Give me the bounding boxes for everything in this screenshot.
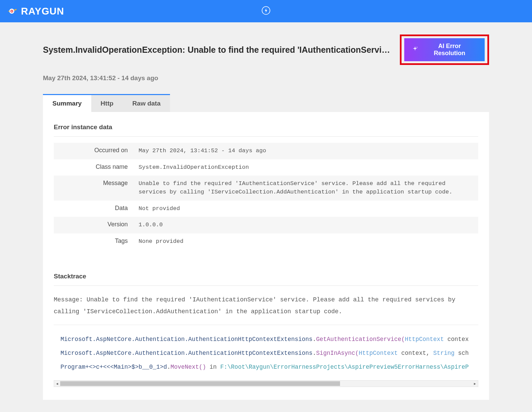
section-title-error-instance: Error instance data	[54, 123, 478, 137]
kv-value: May 27th 2024, 13:41:52 - 14 days ago	[133, 143, 478, 159]
table-row: Message Unable to find the required 'IAu…	[54, 176, 478, 200]
ai-button-highlight: AI Error Resolution	[400, 35, 489, 65]
kv-key: Data	[54, 201, 133, 217]
brand-logo[interactable]: RAYGUN	[7, 5, 64, 17]
section-title-stacktrace: Stacktrace	[54, 273, 478, 286]
kv-value: System.InvalidOperationException	[133, 159, 478, 176]
kv-key: Version	[54, 217, 133, 233]
svg-point-2	[11, 10, 12, 12]
svg-rect-4	[8, 11, 9, 12]
stack-frame: Microsoft.AspNetCore.Authentication.Auth…	[54, 346, 478, 360]
stacktrace-message: Message: Unable to find the required 'IA…	[54, 294, 478, 325]
scroll-left-icon[interactable]: ◂	[54, 381, 60, 387]
stack-namespace: Microsoft.AspNetCore.Authentication.Auth…	[61, 336, 313, 343]
kv-key: Occurred on	[54, 143, 133, 159]
error-title: System.InvalidOperationException: Unable…	[43, 45, 393, 55]
stacktrace-lines: Microsoft.AspNetCore.Authentication.Auth…	[54, 333, 478, 377]
horizontal-scrollbar[interactable]: ◂ ▸	[54, 380, 478, 387]
page: System.InvalidOperationException: Unable…	[0, 22, 532, 400]
table-row: Version 1.0.0.0	[54, 217, 478, 233]
kv-value: None provided	[133, 233, 478, 250]
topbar: RAYGUN	[0, 0, 532, 22]
kv-value: Unable to find the required 'IAuthentica…	[133, 176, 478, 200]
kv-key: Message	[54, 176, 133, 200]
scroll-thumb[interactable]	[60, 381, 340, 386]
error-instance-table: Occurred on May 27th 2024, 13:41:52 - 14…	[54, 143, 478, 250]
content: System.InvalidOperationException: Unable…	[43, 22, 489, 400]
stack-namespace: Program+<>c+<<<Main>$>b__0_1>d	[61, 364, 167, 370]
tab-raw-data[interactable]: Raw data	[123, 95, 170, 112]
stack-argtype: HttpContext	[359, 350, 398, 357]
svg-rect-3	[14, 9, 17, 11]
table-row: Tags None provided	[54, 233, 478, 250]
stack-argtype: HttpContext	[405, 336, 444, 343]
tabs: Summary Http Raw data	[43, 94, 170, 112]
table-row: Class name System.InvalidOperationExcept…	[54, 159, 478, 176]
kv-value: Not provided	[133, 201, 478, 217]
ai-error-resolution-button[interactable]: AI Error Resolution	[404, 38, 485, 61]
stack-method: MoveNext	[171, 364, 199, 370]
scroll-right-icon[interactable]: ▸	[472, 381, 478, 387]
header-timestamp: May 27th 2024, 13:41:52 - 14 days ago	[43, 74, 489, 82]
stack-frame: Microsoft.AspNetCore.Authentication.Auth…	[54, 333, 478, 346]
stack-filepath: F:\Root\Raygun\ErrorHarnessProjects\Aspi…	[220, 364, 469, 370]
sparkle-icon	[412, 46, 418, 54]
ai-button-label: AI Error Resolution	[422, 43, 477, 57]
stack-method: GetAuthenticationService	[316, 336, 401, 343]
header-row: System.InvalidOperationException: Unable…	[43, 35, 489, 65]
table-row: Occurred on May 27th 2024, 13:41:52 - 14…	[54, 143, 478, 159]
stacktrace-section: Stacktrace Message: Unable to find the r…	[54, 273, 478, 387]
tab-http[interactable]: Http	[91, 95, 123, 112]
brand-name: RAYGUN	[21, 6, 64, 17]
kv-key: Class name	[54, 159, 133, 176]
table-row: Data Not provided	[54, 201, 478, 217]
stack-frame: Program+<>c+<<<Main>$>b__0_1>d.MoveNext(…	[54, 360, 478, 374]
kv-value: 1.0.0.0	[133, 217, 478, 233]
scroll-track[interactable]	[60, 381, 472, 387]
raygun-icon	[7, 5, 18, 17]
tab-summary[interactable]: Summary	[43, 95, 91, 112]
stack-method: SignInAsync	[316, 350, 355, 357]
kv-key: Tags	[54, 233, 133, 250]
stack-namespace: Microsoft.AspNetCore.Authentication.Auth…	[61, 350, 313, 357]
bolt-icon[interactable]	[261, 6, 271, 17]
summary-panel: Error instance data Occurred on May 27th…	[43, 112, 489, 400]
